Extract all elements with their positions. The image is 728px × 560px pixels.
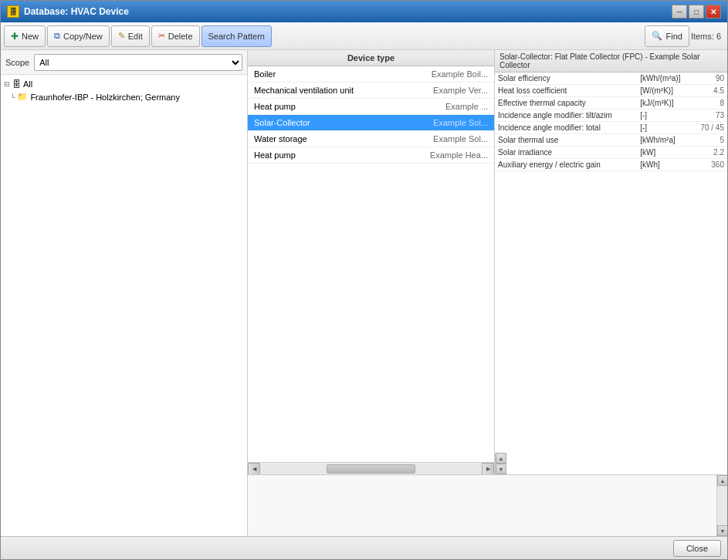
bottom-scroll-up-btn[interactable]: ▲ bbox=[717, 475, 727, 486]
status-bar: Close bbox=[1, 536, 727, 559]
list-item: Solar thermal use[kWh/m²a]5 bbox=[495, 134, 727, 147]
preview-scroll-up-btn[interactable]: ▲ bbox=[496, 453, 506, 464]
preview-param: Auxiliary energy / electric gain bbox=[495, 159, 637, 171]
new-button[interactable]: ✚ New bbox=[4, 25, 46, 47]
preview-unit: [kWh/m²a] bbox=[637, 134, 692, 147]
preview-value: 4.5 bbox=[692, 85, 727, 97]
preview-unit: [kWh/(m²a)] bbox=[637, 73, 692, 85]
list-item: Auxiliary energy / electric gain[kWh]360 bbox=[495, 159, 727, 171]
main-table-area: Device type Boiler Example Boil... Mecha… bbox=[248, 50, 727, 474]
device-name: Boiler bbox=[254, 69, 432, 79]
preview-value: 73 bbox=[692, 110, 727, 122]
device-example: Example Hea... bbox=[430, 150, 488, 160]
bottom-scroll-track[interactable] bbox=[717, 486, 727, 525]
delete-icon: ✂ bbox=[158, 31, 165, 41]
tree-child-label: Fraunhofer-IBP - Holzkirchen; Germany bbox=[30, 93, 180, 102]
hscroll-track[interactable] bbox=[260, 464, 482, 474]
device-example: Example Ver... bbox=[433, 86, 488, 95]
delete-label: Delete bbox=[168, 32, 193, 41]
left-panel: Scope All ⊟ 🗄 All └ 📁 Fraunhofer-IBP - H… bbox=[1, 50, 248, 536]
device-name: Mechanical ventilation unit bbox=[254, 86, 433, 95]
tree-root[interactable]: ⊟ 🗄 All bbox=[4, 78, 244, 90]
scope-bar: Scope All bbox=[1, 50, 247, 75]
preview-value: 5 bbox=[692, 134, 727, 147]
right-panel: Device type Boiler Example Boil... Mecha… bbox=[248, 50, 727, 536]
table-row[interactable]: Heat pump Example ... bbox=[248, 99, 494, 115]
list-item: Heat loss coefficient[W/(m²K)]4.5 bbox=[495, 85, 727, 97]
table-row[interactable]: Water storage Example Sol... bbox=[248, 131, 494, 147]
preview-scrollbar-v[interactable]: ▲ ▼ bbox=[495, 453, 506, 474]
items-count: Items: 6 bbox=[691, 32, 721, 41]
device-name: Solar-Collector bbox=[254, 118, 433, 127]
scope-label: Scope bbox=[5, 58, 29, 67]
table-row[interactable]: Boiler Example Boil... bbox=[248, 66, 494, 83]
preview-unit: [kJ/(m²K)] bbox=[637, 97, 692, 110]
search-pattern-button[interactable]: Search Pattern bbox=[201, 25, 272, 47]
table-row[interactable]: Mechanical ventilation unit Example Ver.… bbox=[248, 83, 494, 99]
search-pattern-label: Search Pattern bbox=[208, 32, 265, 41]
preview-unit: [kWh] bbox=[637, 159, 692, 171]
main-window: 🗄 Database: HVAC Device ─ □ ✕ ✚ New ⧉ Co… bbox=[0, 0, 728, 560]
preview-unit: [kW] bbox=[637, 147, 692, 159]
preview-unit: [-] bbox=[637, 110, 692, 122]
list-item: Effective thermal capacity[kJ/(m²K)]8 bbox=[495, 97, 727, 110]
find-button[interactable]: 🔍 Find bbox=[645, 25, 689, 47]
new-label: New bbox=[22, 32, 39, 41]
main-content: Scope All ⊟ 🗄 All └ 📁 Fraunhofer-IBP - H… bbox=[1, 50, 727, 536]
table-row[interactable]: Heat pump Example Hea... bbox=[248, 147, 494, 164]
minimize-button[interactable]: ─ bbox=[672, 5, 687, 19]
bottom-text-area[interactable] bbox=[248, 475, 716, 536]
list-item: Incidence angle modifier: tilt/azim[-]73 bbox=[495, 110, 727, 122]
list-item: Incidence angle modifier: total[-]70 / 4… bbox=[495, 122, 727, 134]
tree-db-icon: 🗄 bbox=[12, 79, 21, 89]
bottom-scrollbar-v[interactable]: ▲ ▼ bbox=[716, 475, 727, 536]
copy-new-label: Copy/New bbox=[63, 32, 103, 41]
device-list-hscroll[interactable]: ◀ ▶ bbox=[248, 462, 494, 474]
preview-unit: [-] bbox=[637, 122, 692, 134]
tree-area[interactable]: ⊟ 🗄 All └ 📁 Fraunhofer-IBP - Holzkirchen… bbox=[1, 75, 247, 536]
tree-expand-icon: ⊟ bbox=[4, 80, 10, 88]
new-icon: ✚ bbox=[11, 31, 19, 42]
preview-value: 360 bbox=[692, 159, 727, 171]
preview-param: Incidence angle modifier: tilt/azim bbox=[495, 110, 637, 122]
preview-table: Solar efficiency[kWh/(m²a)]90Heat loss c… bbox=[495, 73, 727, 453]
edit-button[interactable]: ✎ Edit bbox=[111, 25, 150, 47]
tree-node: └ 📁 Fraunhofer-IBP - Holzkirchen; German… bbox=[4, 90, 244, 103]
close-button[interactable]: Close bbox=[673, 540, 721, 557]
edit-label: Edit bbox=[128, 32, 143, 41]
hscroll-thumb[interactable] bbox=[327, 464, 415, 474]
find-label: Find bbox=[665, 32, 682, 41]
preview-panel: Solar-Collector: Flat Plate Collector (F… bbox=[495, 50, 727, 474]
preview-scroll-down-btn[interactable]: ▼ bbox=[496, 464, 506, 474]
preview-value: 8 bbox=[692, 97, 727, 110]
table-header: Device type bbox=[248, 50, 494, 66]
scope-select[interactable]: All bbox=[34, 54, 242, 71]
preview-param: Solar irradiance bbox=[495, 147, 637, 159]
preview-unit: [W/(m²K)] bbox=[637, 85, 692, 97]
preview-param: Incidence angle modifier: total bbox=[495, 122, 637, 134]
preview-param: Heat loss coefficient bbox=[495, 85, 637, 97]
preview-header: Solar-Collector: Flat Plate Collector (F… bbox=[495, 50, 727, 73]
copy-icon: ⧉ bbox=[54, 31, 60, 41]
title-close-button[interactable]: ✕ bbox=[706, 5, 721, 19]
tree-child[interactable]: └ 📁 Fraunhofer-IBP - Holzkirchen; German… bbox=[10, 90, 244, 103]
window-icon: 🗄 bbox=[7, 5, 19, 18]
hscroll-right-btn[interactable]: ▶ bbox=[482, 463, 494, 475]
copy-new-button[interactable]: ⧉ Copy/New bbox=[47, 25, 110, 47]
maximize-button[interactable]: □ bbox=[689, 5, 704, 19]
device-list: Device type Boiler Example Boil... Mecha… bbox=[248, 50, 495, 474]
preview-value: 2.2 bbox=[692, 147, 727, 159]
hscroll-left-btn[interactable]: ◀ bbox=[248, 463, 260, 475]
preview-param: Solar efficiency bbox=[495, 73, 637, 85]
table-row-selected[interactable]: Solar-Collector Example Sol... bbox=[248, 115, 494, 131]
find-icon: 🔍 bbox=[652, 31, 662, 41]
delete-button[interactable]: ✂ Delete bbox=[151, 25, 200, 47]
toolbar: ✚ New ⧉ Copy/New ✎ Edit ✂ Delete Search … bbox=[1, 22, 727, 50]
device-name: Heat pump bbox=[254, 150, 430, 160]
device-example: Example Sol... bbox=[433, 134, 488, 143]
title-bar: 🗄 Database: HVAC Device ─ □ ✕ bbox=[1, 1, 727, 22]
device-name: Water storage bbox=[254, 134, 433, 143]
device-example: Example Sol... bbox=[433, 118, 488, 127]
bottom-scroll-down-btn[interactable]: ▼ bbox=[717, 525, 727, 536]
device-rows[interactable]: Boiler Example Boil... Mechanical ventil… bbox=[248, 66, 494, 462]
